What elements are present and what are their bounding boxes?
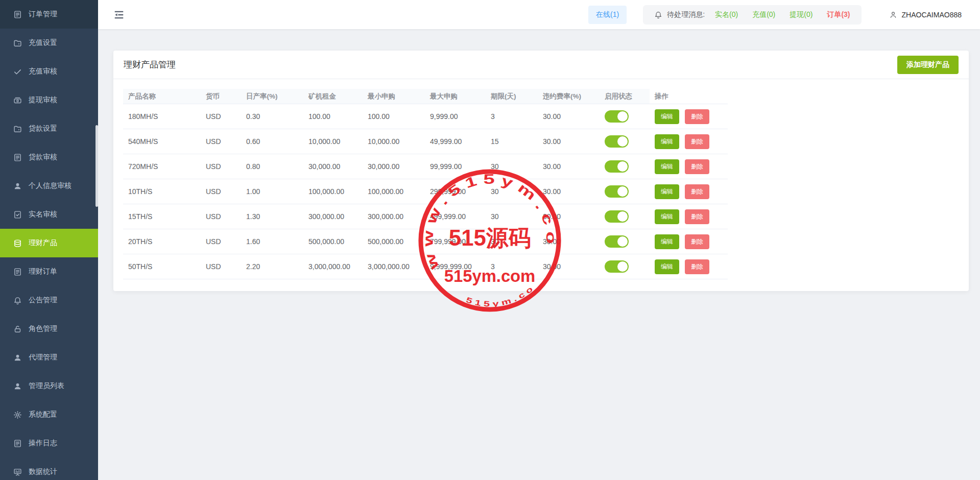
delete-button[interactable]: 删除: [685, 134, 709, 149]
products-table: 产品名称货币日产率(%)矿机租金最小申购最大申购期限(天)违约费率(%)启用状态…: [123, 89, 728, 279]
cell-penalty-fee: 30.00: [538, 129, 600, 154]
database-icon: [13, 239, 22, 248]
sidebar-item-10[interactable]: 公告管理: [0, 286, 98, 315]
status-toggle[interactable]: [605, 210, 629, 223]
edit-button[interactable]: 编辑: [655, 184, 679, 199]
cell-product-name: 50TH/S: [123, 254, 201, 279]
cell-product-name: 10TH/S: [123, 179, 201, 204]
cell-penalty-fee: 30.00: [538, 154, 600, 179]
cell-term-days: 30: [486, 229, 538, 254]
edit-button[interactable]: 编辑: [655, 259, 679, 274]
cell-term-days: 30: [486, 154, 538, 179]
cell-daily-rate: 0.30: [241, 104, 303, 129]
sidebar-item-11[interactable]: 角色管理: [0, 315, 98, 343]
cell-product-name: 20TH/S: [123, 229, 201, 254]
sidebar-item-0[interactable]: 订单管理: [0, 0, 98, 29]
cell-min-purchase: 300,000.00: [363, 204, 425, 229]
sidebar-item-2[interactable]: 充值审核: [0, 57, 98, 86]
delete-button[interactable]: 删除: [685, 259, 709, 274]
edit-button[interactable]: 编辑: [655, 234, 679, 249]
edit-button[interactable]: 编辑: [655, 109, 679, 124]
table-column-header: 最小申购: [363, 89, 425, 104]
table-column-header: 期限(天): [486, 89, 538, 104]
delete-button[interactable]: 删除: [685, 184, 709, 199]
sidebar-item-4[interactable]: 贷款设置: [0, 114, 98, 143]
cell-miner-rent: 100.00: [303, 104, 363, 129]
pending-item[interactable]: 提现(0): [790, 10, 812, 19]
delete-button[interactable]: 删除: [685, 109, 709, 124]
edit-button[interactable]: 编辑: [655, 159, 679, 174]
cell-max-purchase: 9,999.00: [425, 104, 486, 129]
online-badge[interactable]: 在线(1): [588, 6, 627, 24]
cell-miner-rent: 500,000.00: [303, 229, 363, 254]
username: ZHAOCAIMAO888: [902, 11, 962, 19]
cell-max-purchase: 9,999,999.00: [425, 254, 486, 279]
status-toggle[interactable]: [605, 235, 629, 248]
sidebar-collapse-icon[interactable]: [113, 9, 126, 20]
cell-min-purchase: 100,000.00: [363, 179, 425, 204]
app-root: 订单管理 充值设置 充值审核 提现审核 贷款设置 贷款审核 个人信息审核: [0, 0, 980, 480]
sidebar-item-9[interactable]: 理财订单: [0, 257, 98, 286]
page-title: 理财产品管理: [124, 59, 176, 70]
cell-max-purchase: 99,999.00: [425, 154, 486, 179]
pending-item[interactable]: 实名(0): [715, 10, 738, 19]
cell-penalty-fee: 30.00: [538, 104, 600, 129]
sidebar-item-7[interactable]: 实名审核: [0, 200, 98, 229]
status-toggle[interactable]: [605, 160, 629, 173]
sidebar-item-label: 充值审核: [29, 67, 57, 76]
pending-item[interactable]: 订单(3): [827, 10, 850, 19]
card-header: 理财产品管理 添加理财产品: [113, 51, 969, 79]
delete-button[interactable]: 删除: [685, 159, 709, 174]
topbar: 在线(1) 待处理消息: 实名(0)充值(0)提现(0)订单(3) ZHAOCA…: [98, 0, 980, 29]
cell-miner-rent: 3,000,000.00: [303, 254, 363, 279]
sidebar-item-label: 实名审核: [29, 210, 57, 219]
delete-button[interactable]: 删除: [685, 209, 709, 224]
sidebar-item-14[interactable]: 系统配置: [0, 400, 98, 429]
status-toggle[interactable]: [605, 135, 629, 148]
folder-icon: [13, 125, 22, 133]
status-toggle[interactable]: [605, 185, 629, 198]
table-row: 180MH/S USD 0.30 100.00 100.00 9,999.00 …: [123, 104, 728, 129]
sidebar-item-15[interactable]: 操作日志: [0, 429, 98, 458]
table-row: 15TH/S USD 1.30 300,000.00 300,000.00 49…: [123, 204, 728, 229]
cell-max-purchase: 499,999.00: [425, 204, 486, 229]
sidebar-item-1[interactable]: 充值设置: [0, 29, 98, 57]
cell-status: [600, 179, 650, 204]
sidebar-item-5[interactable]: 贷款审核: [0, 143, 98, 172]
toggle-knob: [617, 236, 628, 247]
cell-actions: 编辑 删除: [650, 104, 728, 129]
delete-button[interactable]: 删除: [685, 234, 709, 249]
cell-max-purchase: 299,999.00: [425, 179, 486, 204]
table-row: 20TH/S USD 1.60 500,000.00 500,000.00 79…: [123, 229, 728, 254]
sidebar-item-3[interactable]: 提现审核: [0, 86, 98, 114]
sidebar-item-13[interactable]: 管理员列表: [0, 372, 98, 400]
cell-currency: USD: [201, 179, 241, 204]
sidebar-item-label: 理财产品: [29, 238, 57, 248]
add-product-button[interactable]: 添加理财产品: [897, 56, 959, 74]
edit-button[interactable]: 编辑: [655, 209, 679, 224]
cell-currency: USD: [201, 229, 241, 254]
cell-currency: USD: [201, 129, 241, 154]
sidebar-item-8[interactable]: 理财产品: [0, 229, 98, 257]
cell-status: [600, 204, 650, 229]
cell-min-purchase: 30,000.00: [363, 154, 425, 179]
sidebar-item-label: 数据统计: [29, 467, 57, 476]
cell-min-purchase: 500,000.00: [363, 229, 425, 254]
user-menu[interactable]: ZHAOCAIMAO888: [889, 11, 962, 19]
sidebar-item-label: 管理员列表: [29, 381, 64, 391]
pending-item[interactable]: 充值(0): [752, 10, 775, 19]
sidebar-scrollbar-thumb[interactable]: [95, 125, 98, 207]
status-toggle[interactable]: [605, 110, 629, 123]
sidebar-item-6[interactable]: 个人信息审核: [0, 172, 98, 200]
sidebar-item-16[interactable]: 数据统计: [0, 458, 98, 480]
table-column-header: 启用状态: [600, 89, 650, 104]
edit-button[interactable]: 编辑: [655, 134, 679, 149]
cell-daily-rate: 1.60: [241, 229, 303, 254]
table-row: 540MH/S USD 0.60 10,000.00 10,000.00 49,…: [123, 129, 728, 154]
money-icon: [13, 96, 22, 105]
sidebar-item-12[interactable]: 代理管理: [0, 343, 98, 372]
cell-actions: 编辑 删除: [650, 179, 728, 204]
cell-miner-rent: 30,000.00: [303, 154, 363, 179]
table-row: 10TH/S USD 1.00 100,000.00 100,000.00 29…: [123, 179, 728, 204]
status-toggle[interactable]: [605, 260, 629, 273]
